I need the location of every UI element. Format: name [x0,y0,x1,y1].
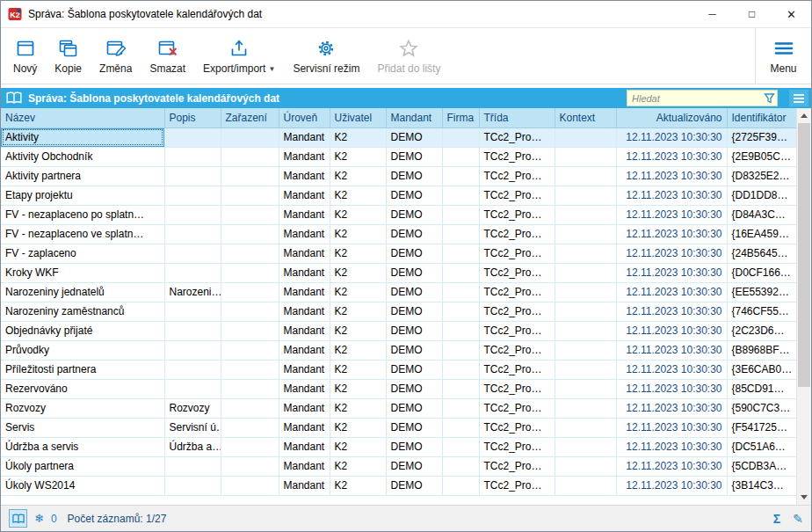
table-cell[interactable]: Údržba a… [164,437,221,456]
table-cell[interactable]: TCc2_Pro… [479,398,555,418]
column-header-firma[interactable]: Firma [442,108,479,128]
table-cell[interactable] [164,456,221,476]
table-cell[interactable]: TCc2_Pro… [479,456,555,476]
table-cell[interactable]: DEMO [386,476,442,495]
table-cell[interactable]: Údržba a servis [1,437,164,456]
table-cell[interactable]: Mandant [279,147,330,166]
table-cell[interactable] [442,340,479,360]
table-cell[interactable] [442,128,479,147]
table-cell[interactable] [442,186,479,205]
table-cell[interactable]: 12.11.2023 10:30:30 [616,244,727,263]
table-cell[interactable]: Mandant [279,244,330,263]
book-view-toggle[interactable] [9,509,27,528]
copy-button[interactable]: Kopie [46,28,91,84]
table-cell[interactable]: Mandant [279,166,330,186]
table-cell[interactable]: Servis [1,418,164,437]
table-cell[interactable]: K2 [330,456,386,476]
table-cell[interactable]: K2 [330,263,386,282]
filter-icon[interactable] [764,92,775,104]
column-header-zarazeni[interactable]: Zařazení [221,108,279,128]
table-cell[interactable]: Mandant [279,205,330,224]
table-cell[interactable]: DEMO [386,437,442,456]
table-cell[interactable] [164,321,221,340]
table-cell[interactable] [164,379,221,398]
table-cell[interactable] [164,128,221,147]
table-cell[interactable]: DEMO [386,456,442,476]
table-cell[interactable] [221,398,279,418]
table-cell[interactable]: {B8968BF… [727,340,798,360]
table-cell[interactable]: 12.11.2023 10:30:30 [616,302,727,321]
table-cell[interactable] [555,437,616,456]
panel-menu-icon[interactable] [789,90,808,106]
table-cell[interactable]: Etapy projektu [1,186,164,205]
column-header-uroven[interactable]: Úroveň [279,108,330,128]
table-cell[interactable]: {24B5645… [727,244,798,263]
table-cell[interactable]: DEMO [386,128,442,147]
scrollbar-thumb[interactable] [798,123,810,387]
table-cell[interactable]: Aktivity [1,128,164,147]
table-row[interactable]: Kroky WKFMandantK2DEMOTCc2_Pro…12.11.202… [1,263,798,282]
add-to-bar-button[interactable]: Přidat do lišty [368,28,449,84]
table-cell[interactable]: {590C7C3… [727,398,798,418]
table-cell[interactable]: 12.11.2023 10:30:30 [616,360,727,379]
table-cell[interactable]: TCc2_Pro… [479,224,555,244]
table-cell[interactable]: Aktivity Obchodník [1,147,164,166]
table-cell[interactable]: TCc2_Pro… [479,437,555,456]
table-cell[interactable]: Průvodky [1,340,164,360]
table-cell[interactable]: TCc2_Pro… [479,360,555,379]
table-cell[interactable]: Mandant [279,128,330,147]
table-cell[interactable] [164,147,221,166]
table-cell[interactable]: Mandant [279,282,330,302]
table-cell[interactable]: Úkoly partnera [1,456,164,476]
table-row[interactable]: Úkoly WS2014MandantK2DEMOTCc2_Pro…12.11.… [1,476,798,495]
table-cell[interactable]: Mandant [279,302,330,321]
table-cell[interactable] [221,186,279,205]
table-cell[interactable]: TCc2_Pro… [479,186,555,205]
table-cell[interactable]: 12.11.2023 10:30:30 [616,128,727,147]
table-cell[interactable] [221,128,279,147]
table-cell[interactable]: Mandant [279,456,330,476]
table-cell[interactable]: TCc2_Pro… [479,476,555,495]
table-cell[interactable] [555,244,616,263]
table-cell[interactable]: {DD1DD8… [727,186,798,205]
table-cell[interactable]: DEMO [386,379,442,398]
table-cell[interactable] [442,476,479,495]
table-cell[interactable] [555,340,616,360]
maximize-button[interactable]: □ [732,1,772,27]
table-row[interactable]: FV - nezaplaceno po splatn…MandantK2DEMO… [1,205,798,224]
table-cell[interactable] [555,456,616,476]
table-cell[interactable]: Mandant [279,263,330,282]
table-cell[interactable] [221,263,279,282]
table-cell[interactable] [442,398,479,418]
table-cell[interactable] [442,302,479,321]
column-header-nazev[interactable]: Název [1,108,164,128]
column-header-kontext[interactable]: Kontext [555,108,616,128]
table-cell[interactable]: Rozvozy [164,398,221,418]
table-cell[interactable]: 12.11.2023 10:30:30 [616,224,727,244]
table-cell[interactable]: {DC51A6… [727,437,798,456]
table-cell[interactable]: {16EA459… [727,224,798,244]
table-cell[interactable] [221,360,279,379]
table-cell[interactable] [555,205,616,224]
table-cell[interactable] [442,321,479,340]
table-cell[interactable]: DEMO [386,340,442,360]
table-cell[interactable]: K2 [330,360,386,379]
table-cell[interactable] [164,186,221,205]
table-cell[interactable]: DEMO [386,321,442,340]
table-cell[interactable] [442,282,479,302]
table-cell[interactable]: {746CF55… [727,302,798,321]
table-cell[interactable] [555,379,616,398]
table-cell[interactable] [221,147,279,166]
table-row[interactable]: Úkoly partneraMandantK2DEMOTCc2_Pro…12.1… [1,456,798,476]
table-cell[interactable]: {EE55392… [727,282,798,302]
table-cell[interactable]: Mandant [279,476,330,495]
scroll-down-button[interactable] [797,490,811,505]
table-cell[interactable]: TCc2_Pro… [479,321,555,340]
table-cell[interactable]: Mandant [279,418,330,437]
table-cell[interactable]: TCc2_Pro… [479,244,555,263]
table-cell[interactable]: K2 [330,476,386,495]
table-cell[interactable]: Mandant [279,398,330,418]
table-row[interactable]: FV - zaplacenoMandantK2DEMOTCc2_Pro…12.1… [1,244,798,263]
table-cell[interactable]: K2 [330,147,386,166]
table-cell[interactable]: Mandant [279,360,330,379]
